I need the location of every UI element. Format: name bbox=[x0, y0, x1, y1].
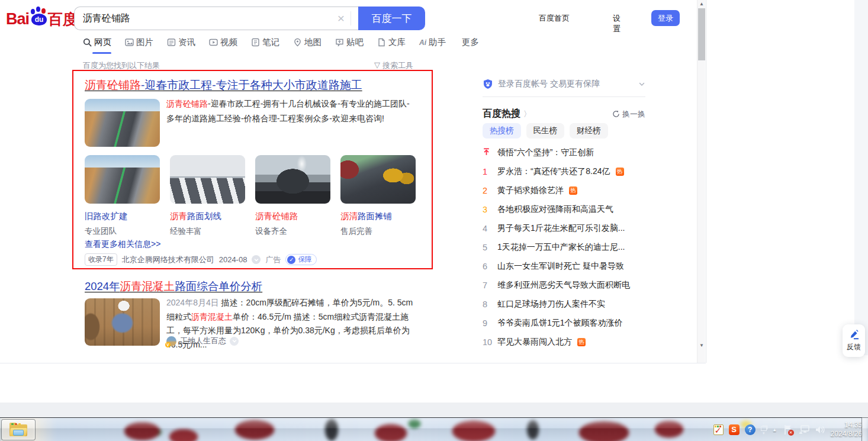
paver-photo[interactable] bbox=[255, 155, 330, 204]
logo-bai-text: Bai bbox=[6, 10, 29, 28]
hot-search-item[interactable]: 6山东一女生军训时死亡 疑中暑导致 bbox=[483, 257, 651, 276]
search-button[interactable]: 百度一下 bbox=[358, 7, 425, 30]
tab-更多[interactable]: 更多 bbox=[459, 37, 479, 54]
hot-item-text[interactable]: 罗永浩：“真还传”共还了8.24亿 bbox=[497, 166, 610, 177]
baidu-paw-icon: du bbox=[29, 7, 49, 27]
thumb-caption[interactable]: 沥青路面划线 bbox=[170, 211, 245, 222]
chevron-down-icon[interactable] bbox=[230, 337, 239, 346]
road-photo[interactable] bbox=[85, 155, 160, 204]
hot-tab-民生榜[interactable]: 民生榜 bbox=[526, 123, 565, 139]
clock-time: 14:35 bbox=[831, 421, 862, 430]
hot-search-item[interactable]: 8虹口足球场持刀伤人案件不实 bbox=[483, 295, 651, 314]
hot-search-item[interactable]: 2黄子韬求婚徐艺洋热 bbox=[483, 181, 651, 200]
hot-tab-热搜榜[interactable]: 热搜榜 bbox=[483, 123, 521, 139]
hot-tab-财经榜[interactable]: 财经榜 bbox=[570, 123, 608, 139]
ad-date: 2024-08 bbox=[219, 255, 247, 264]
tab-助手[interactable]: Ai助手 bbox=[419, 37, 446, 54]
hot-item-text[interactable]: 虹口足球场持刀伤人案件不实 bbox=[497, 299, 605, 310]
tab-网页[interactable]: 网页 bbox=[83, 37, 111, 54]
account-login-banner[interactable]: 登录百度帐号 交易更有保障 bbox=[483, 79, 645, 89]
tab-视频[interactable]: 视频 bbox=[209, 37, 237, 54]
organic-source-name[interactable]: 工地人生百态 bbox=[180, 336, 226, 346]
taskbar-grip bbox=[705, 421, 708, 439]
action-center-flag-icon[interactable]: ✕ bbox=[783, 424, 793, 436]
login-button[interactable]: 登录 bbox=[651, 10, 680, 26]
scroll-down-arrow[interactable]: ▼ bbox=[697, 343, 706, 350]
thumb-caption[interactable]: 旧路改扩建 bbox=[85, 211, 160, 222]
baidu-logo[interactable]: Bai du 百度 bbox=[6, 7, 78, 31]
help-tray-icon[interactable]: ? bbox=[745, 424, 756, 435]
tab-地图[interactable]: 地图 bbox=[293, 37, 322, 54]
hot-item-text[interactable]: 黄子韬求婚徐艺洋 bbox=[497, 185, 564, 196]
volume-tray-icon[interactable] bbox=[815, 425, 825, 434]
organic-result-title[interactable]: 2024年沥青混凝土路面综合单价分析 bbox=[85, 279, 262, 294]
hot-search-item[interactable]: 9爷爷卖南瓜饼1元1个被顾客劝涨价 bbox=[483, 314, 651, 333]
hot-item-text[interactable]: 各地积极应对强降雨和高温天气 bbox=[497, 204, 613, 215]
refresh-button[interactable]: 换一换 bbox=[612, 109, 645, 120]
taskbar-clock[interactable]: 14:35 2024/8/26 bbox=[831, 421, 862, 439]
hot-item-text[interactable]: 爷爷卖南瓜饼1元1个被顾客劝涨价 bbox=[497, 318, 623, 329]
tab-label: 更多 bbox=[462, 37, 479, 48]
hot-item-text[interactable]: 罕见大暴雨闯入北方 bbox=[497, 337, 572, 347]
ad-main-photo[interactable] bbox=[85, 99, 160, 147]
tieba-icon bbox=[335, 38, 344, 47]
notes-tray-icon[interactable]: ✓ bbox=[713, 424, 724, 435]
tab-笔记[interactable]: 笔记 bbox=[251, 37, 279, 54]
top-link-settings[interactable]: 设置 bbox=[613, 13, 621, 34]
hot-item-text[interactable]: 山东一女生军训时死亡 疑中暑导致 bbox=[497, 261, 624, 272]
tab-文库[interactable]: 文库 bbox=[377, 37, 406, 54]
hot-item-text[interactable]: 领悟“六个坚持”：守正创新 bbox=[497, 147, 594, 158]
tab-贴吧[interactable]: 贴吧 bbox=[335, 37, 364, 54]
ad-thumb-card[interactable]: 沥清路面摊铺售后完善 bbox=[340, 155, 416, 237]
thumb-caption[interactable]: 沥青砼铺路 bbox=[255, 211, 330, 222]
explorer-taskbar-button[interactable] bbox=[1, 419, 36, 440]
hot-item-text[interactable]: 男子每天1斤花生米配可乐引发脑... bbox=[497, 223, 625, 234]
pencil-icon bbox=[849, 330, 859, 340]
hot-search-title[interactable]: 百度热搜 bbox=[483, 108, 520, 120]
crosswalk-photo[interactable] bbox=[170, 155, 245, 204]
ad-thumb-card[interactable]: 沥青砼铺路设备齐全 bbox=[255, 155, 330, 237]
hot-search-item[interactable]: 7维多利亚州恶劣天气导致大面积断电 bbox=[483, 276, 651, 295]
organic-result-photo[interactable] bbox=[85, 298, 160, 346]
tab-图片[interactable]: 图片 bbox=[125, 37, 153, 54]
hot-search-item[interactable]: 1罗永浩：“真还传”共还了8.24亿热 bbox=[483, 162, 651, 181]
guarantee-badge[interactable]: ✓ 保障 bbox=[285, 254, 317, 265]
scroll-up-arrow[interactable]: ▲ bbox=[697, 1, 706, 8]
roller-photo[interactable] bbox=[340, 155, 416, 204]
hot-search-item[interactable]: 51天花掉一万五中产家长的迪士尼... bbox=[483, 238, 651, 257]
page-scrollbar[interactable]: ▲ ▼ bbox=[697, 0, 705, 363]
hot-rank: 4 bbox=[483, 224, 492, 233]
check-icon: ✓ bbox=[287, 256, 295, 264]
show-desktop-button[interactable] bbox=[861, 417, 868, 441]
network-tray-icon[interactable] bbox=[799, 425, 810, 435]
hot-item-text[interactable]: 1天花掉一万五中产家长的迪士尼... bbox=[497, 242, 625, 253]
chevron-down-icon[interactable] bbox=[252, 255, 261, 264]
top-link-home[interactable]: 百度首页 bbox=[539, 13, 580, 24]
window-restore-tray-icon[interactable]: ▼ bbox=[761, 425, 767, 435]
ad-thumb-card[interactable]: 沥青路面划线经验丰富 bbox=[170, 155, 245, 237]
search-input[interactable] bbox=[83, 13, 332, 24]
logo-cn-text: 百度 bbox=[48, 9, 78, 29]
organic-source-row: V 工地人生百态 bbox=[166, 336, 239, 346]
tab-资讯[interactable]: 资讯 bbox=[167, 37, 195, 54]
hot-search-item[interactable]: 10罕见大暴雨闯入北方热 bbox=[483, 333, 651, 352]
thumb-caption[interactable]: 沥清路面摊铺 bbox=[340, 211, 416, 222]
clear-icon[interactable]: × bbox=[332, 11, 351, 25]
show-hidden-icons-button[interactable]: ▲ bbox=[772, 427, 777, 433]
hot-search-tabs: 热搜榜民生榜财经榜 bbox=[483, 123, 608, 139]
ad-result-title[interactable]: 沥青砼铺路-迎春市政工程-专注于各种大小市政道路施工 bbox=[85, 78, 362, 93]
scrollbar-thumb[interactable] bbox=[698, 8, 705, 60]
sogou-tray-icon[interactable]: S bbox=[729, 424, 740, 435]
search-tools[interactable]: ▽ 搜索工具 bbox=[374, 60, 413, 71]
hot-search-item[interactable]: 4男子每天1斤花生米配可乐引发脑... bbox=[483, 219, 651, 238]
hot-item-text[interactable]: 维多利亚州恶劣天气导致大面积断电 bbox=[497, 280, 630, 291]
more-info-link[interactable]: 查看更多相关信息>> bbox=[85, 239, 160, 250]
feedback-button[interactable]: 反馈 bbox=[843, 324, 865, 357]
tab-label: 网页 bbox=[94, 37, 111, 48]
funnel-icon: ▽ bbox=[374, 60, 380, 71]
ad-thumb-card[interactable]: 旧路改扩建专业团队 bbox=[85, 155, 160, 237]
clock-date: 2024/8/26 bbox=[831, 430, 862, 439]
hot-search-item[interactable]: 3各地积极应对强降雨和高温天气 bbox=[483, 200, 651, 219]
hot-search-item[interactable]: 领悟“六个坚持”：守正创新 bbox=[483, 143, 651, 162]
ai-icon: Ai bbox=[419, 38, 426, 47]
